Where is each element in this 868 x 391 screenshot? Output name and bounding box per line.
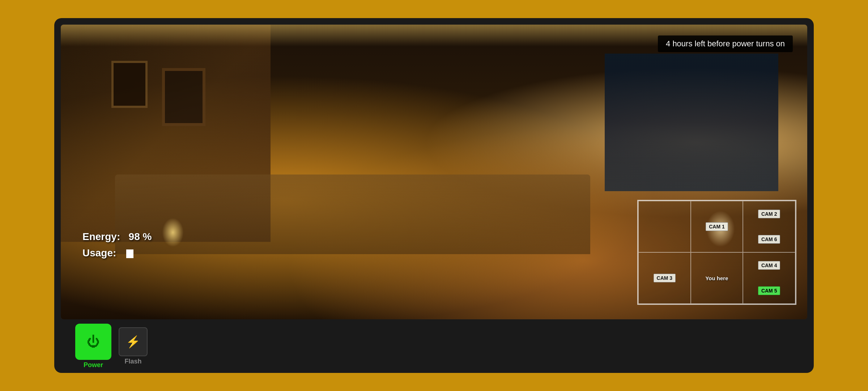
usage-indicator	[126, 249, 133, 258]
cam-cell-cam1[interactable]: CAM 1	[691, 201, 743, 252]
cam6-label[interactable]: CAM 6	[758, 235, 780, 244]
usage-label: Usage:	[82, 247, 116, 258]
cam4-label[interactable]: CAM 4	[758, 261, 780, 270]
cam1-label: CAM 1	[706, 222, 728, 231]
energy-panel: Energy: 98 % Usage:	[82, 229, 152, 261]
power-label: Power	[84, 361, 103, 369]
sofa-area	[115, 175, 590, 254]
flash-label: Flash	[124, 358, 141, 365]
cam-cell-cam2-cam6: CAM 2 CAM 6	[743, 201, 795, 252]
power-button[interactable]: ⏻	[75, 324, 111, 360]
camera-map: CAM 1 CAM 2 CAM 6 CAM 3 You here CAM 4 C…	[637, 200, 796, 305]
cam2-label[interactable]: CAM 2	[758, 210, 780, 218]
cam5-label[interactable]: CAM 5	[758, 286, 780, 295]
power-button-container: ⏻ Power	[75, 324, 111, 369]
energy-row: Energy: 98 %	[82, 229, 152, 245]
screen: 4 hours left before power turns on Energ…	[61, 25, 807, 319]
usage-row: Usage:	[82, 245, 152, 261]
timer-text: 4 hours left before power turns on	[666, 39, 785, 48]
flash-icon: ⚡	[126, 335, 140, 349]
cam-cell-cam4-cam5: CAM 4 CAM 5	[743, 252, 795, 304]
cam-cell-top-left	[638, 201, 691, 252]
energy-value: 98 %	[129, 231, 152, 242]
flash-button-container: ⚡ Flash	[119, 327, 148, 365]
energy-label: Energy:	[82, 231, 120, 242]
cam3-label: CAM 3	[654, 274, 676, 282]
timer-notice: 4 hours left before power turns on	[658, 35, 793, 52]
picture-frame-2	[162, 68, 205, 126]
you-here-label: You here	[705, 275, 728, 281]
monitor: 4 hours left before power turns on Energ…	[54, 18, 814, 373]
bottom-bar: ⏻ Power ⚡ Flash	[61, 319, 807, 373]
flash-button[interactable]: ⚡	[119, 327, 148, 356]
picture-frame-1	[111, 61, 148, 108]
power-icon: ⏻	[87, 334, 100, 349]
lamp-glow-left	[162, 218, 184, 247]
cam-cell-cam3[interactable]: CAM 3	[638, 252, 691, 304]
window-area	[605, 54, 778, 191]
cam-cell-you-here: You here	[691, 252, 743, 304]
